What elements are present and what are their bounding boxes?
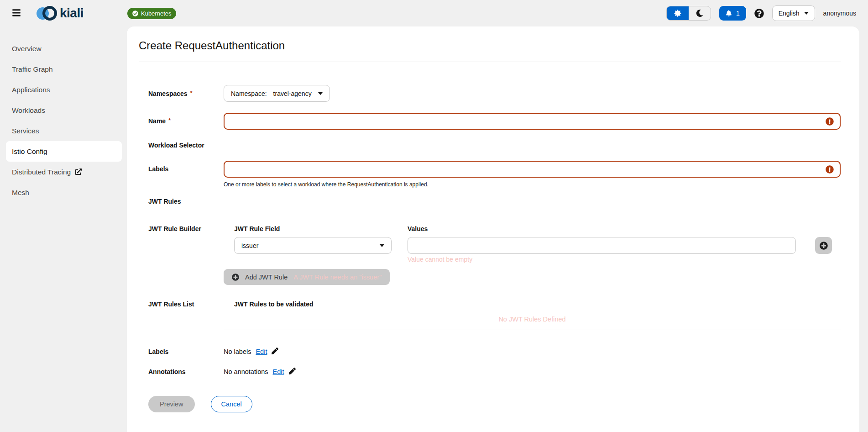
sidebar-item-applications[interactable]: Applications [0, 79, 127, 100]
help-button[interactable] [754, 9, 764, 18]
annotations-meta-label: Annotations [148, 368, 224, 375]
jwt-rules-table-header: JWT Rules to be validated [224, 300, 841, 308]
toggle-knob [216, 202, 223, 209]
annotations-edit-link[interactable]: Edit [273, 368, 284, 375]
values-input[interactable] [408, 237, 796, 254]
sidebar-item-label: Overview [12, 45, 42, 53]
add-jwt-rule-label: Add JWT Rule [245, 274, 288, 281]
sun-icon [674, 10, 681, 17]
sidebar-item-overview[interactable]: Overview [0, 38, 127, 59]
builder-headers: JWT Rule Field Values [234, 225, 841, 232]
sidebar-item-mesh[interactable]: Mesh [0, 182, 127, 203]
exclamation-circle-icon [826, 165, 834, 174]
annotations-meta-row: Annotations No annotations Edit [148, 368, 841, 376]
pencil-icon[interactable] [289, 368, 296, 376]
kiali-logo[interactable]: kiali [37, 5, 84, 22]
form-actions: Preview Cancel [148, 396, 841, 412]
values-wrap: Value cannot be empty [408, 237, 796, 263]
namespaces-label: Namespaces* [148, 90, 224, 97]
check-circle-icon [132, 11, 138, 16]
sidebar-item-label: Istio Config [12, 148, 47, 156]
labels-input[interactable] [224, 161, 841, 178]
sidebar-item-distributed-tracing[interactable]: Distributed Tracing [0, 162, 127, 182]
light-theme-button[interactable] [667, 6, 689, 20]
hamburger-menu-icon[interactable] [12, 8, 22, 18]
theme-toggle [666, 6, 711, 21]
workload-selector-label: Workload Selector [148, 142, 224, 149]
preview-button[interactable]: Preview [148, 396, 195, 412]
content-card: Create RequestAuthentication Namespaces*… [127, 26, 859, 432]
exclamation-circle-icon [826, 117, 834, 126]
caret-down-icon [804, 12, 809, 15]
username: anonymous [823, 10, 856, 17]
main-area: Create RequestAuthentication Namespaces*… [127, 26, 868, 432]
moon-icon [696, 10, 703, 17]
labels-meta-label: Labels [148, 348, 224, 355]
jwt-rules-empty-message: No JWT Rules Defined [224, 316, 841, 330]
bell-icon [726, 10, 732, 16]
jwt-rules-table-divider [224, 330, 841, 330]
sidebar-item-istio-config[interactable]: Istio Config [6, 141, 122, 162]
values-error-text: Value cannot be empty [408, 256, 796, 263]
jwt-rules-list-row: JWT Rules List JWT Rules to be validated… [148, 300, 841, 330]
body: Overview Traffic Graph Applications Work… [0, 26, 868, 432]
pencil-icon[interactable] [272, 348, 278, 356]
jwt-rule-field-select[interactable]: issuer [234, 237, 392, 254]
labels-meta-value: No labels [224, 348, 251, 355]
dark-theme-button[interactable] [689, 6, 711, 20]
sidebar-item-label: Applications [12, 86, 50, 94]
add-jwt-rule-button[interactable]: Add JWT Rule A JWT Rule needs an "issuer… [224, 269, 390, 285]
labels-row: Labels One or more labels to select a wo… [148, 161, 841, 188]
toggle-knob [216, 146, 223, 153]
sidebar-item-label: Distributed Tracing [12, 168, 71, 176]
values-header: Values [408, 225, 428, 232]
page-title: Create RequestAuthentication [139, 39, 841, 52]
add-value-button[interactable] [815, 237, 832, 254]
caret-down-icon [318, 92, 323, 95]
brand-name: kiali [60, 6, 84, 21]
sidebar-item-traffic-graph[interactable]: Traffic Graph [0, 59, 127, 79]
sidebar-item-label: Traffic Graph [12, 65, 53, 74]
cancel-button[interactable]: Cancel [211, 396, 252, 412]
labels-helper-text: One or more labels to select a workload … [224, 181, 841, 188]
sidebar-item-workloads[interactable]: Workloads [0, 100, 127, 121]
language-label: English [779, 10, 800, 17]
jwt-rules-label: JWT Rules [148, 198, 224, 205]
labels-edit-link[interactable]: Edit [256, 348, 267, 355]
cluster-badge-label: Kubernetes [141, 10, 172, 17]
name-input[interactable] [224, 113, 841, 130]
caret-down-icon [380, 244, 384, 247]
namespace-dropdown[interactable]: Namespace: travel-agency [224, 85, 330, 102]
external-link-icon [71, 167, 82, 177]
required-marker: * [168, 117, 171, 124]
notification-count: 1 [736, 10, 740, 17]
jwt-rules-list-label: JWT Rules List [148, 300, 224, 330]
namespace-dropdown-prefix: Namespace: [231, 90, 267, 97]
cluster-badge: Kubernetes [127, 8, 177, 19]
kiali-app: kiali Kubernetes 1 English [0, 0, 868, 432]
add-jwt-rule-hint: A JWT Rule needs an "issuer" [293, 274, 382, 281]
jwt-rules-row: JWT Rules [148, 198, 841, 205]
request-authentication-form: Namespaces* Namespace: travel-agency [148, 85, 841, 412]
sidebar-item-label: Workloads [12, 106, 45, 115]
builder-controls: issuer Value cannot be empty [234, 237, 841, 263]
jwt-rule-field-header: JWT Rule Field [234, 225, 408, 232]
kiali-logo-icon [37, 5, 58, 22]
name-input-wrap [224, 113, 841, 130]
question-circle-icon [754, 9, 764, 18]
sidebar-nav: Overview Traffic Graph Applications Work… [0, 26, 127, 432]
plus-circle-icon [820, 242, 828, 250]
namespace-dropdown-value: travel-agency [273, 90, 312, 97]
name-label: Name* [148, 113, 224, 130]
title-divider [139, 62, 841, 62]
jwt-rule-builder-row: JWT Rule Builder JWT Rule Field Values i… [148, 225, 841, 285]
jwt-rule-field-value: issuer [241, 242, 258, 249]
sidebar-item-label: Mesh [12, 189, 29, 197]
language-dropdown[interactable]: English [772, 5, 815, 21]
labels-label: Labels [148, 161, 224, 188]
notifications-button[interactable]: 1 [719, 6, 746, 21]
workload-selector-row: Workload Selector [148, 142, 841, 149]
labels-input-wrap [224, 161, 841, 178]
sidebar-item-services[interactable]: Services [0, 121, 127, 141]
namespaces-row: Namespaces* Namespace: travel-agency [148, 85, 841, 102]
